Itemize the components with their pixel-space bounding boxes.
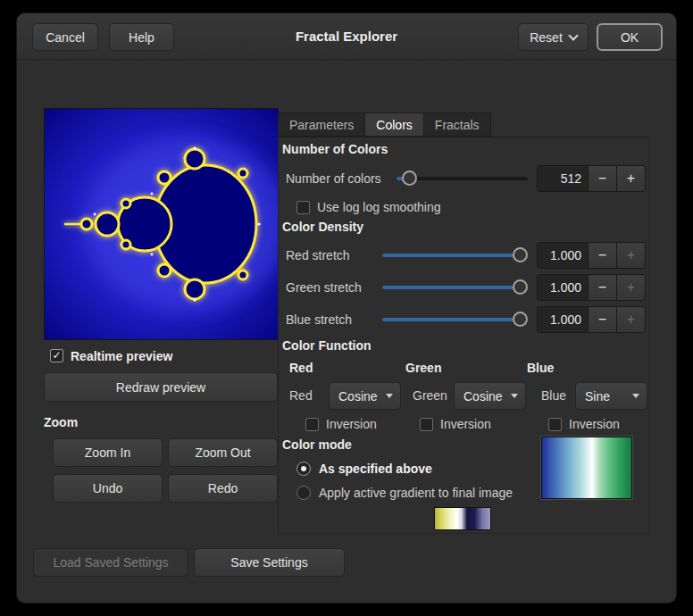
red-function-select[interactable]: Cosine: [329, 382, 401, 410]
radio-dot: [301, 466, 306, 471]
increment-button: +: [616, 307, 645, 332]
number-of-colors-spinbox: − +: [537, 165, 646, 192]
chevron-down-icon: [568, 30, 578, 40]
fractal-explorer-dialog: Cancel Help Fractal Explorer Reset OK: [16, 12, 677, 604]
redo-button[interactable]: Redo: [168, 474, 278, 503]
zoom-buttons: Zoom In Zoom Out Undo Redo: [53, 438, 278, 503]
slider-thumb[interactable]: [402, 171, 417, 186]
number-of-colors-label: Number of colors: [286, 171, 393, 186]
red-stretch-slider[interactable]: [382, 242, 528, 269]
checkbox-checked-icon[interactable]: ✓: [50, 349, 63, 362]
colors-tab-panel: Number of Colors Number of colors − +: [278, 137, 649, 534]
log-smoothing-label: Use log log smoothing: [317, 200, 441, 214]
red-function-label: Red: [289, 388, 313, 403]
green-inversion-label: Inversion: [440, 417, 491, 431]
zoom-out-button[interactable]: Zoom Out: [168, 438, 278, 467]
realtime-preview-label: Realtime preview: [71, 349, 172, 363]
zoom-section-label: Zoom: [44, 415, 278, 429]
green-stretch-input[interactable]: [538, 275, 588, 300]
checkbox-unchecked-icon[interactable]: [296, 201, 310, 214]
checkbox-unchecked-icon[interactable]: [420, 418, 433, 431]
blue-function-label: Blue: [541, 388, 566, 403]
as-specified-option[interactable]: As specified above: [296, 461, 432, 476]
undo-button[interactable]: Undo: [53, 474, 163, 503]
preview-column: ✓ Realtime preview Redraw preview Zoom Z…: [44, 108, 278, 503]
screen-background: Cancel Help Fractal Explorer Reset OK: [0, 0, 693, 616]
blue-stretch-slider[interactable]: [382, 306, 528, 333]
minus-icon: −: [598, 171, 606, 186]
minus-icon: −: [598, 312, 606, 327]
realtime-preview-option[interactable]: ✓ Realtime preview: [50, 348, 278, 363]
green-stretch-slider[interactable]: [382, 274, 528, 301]
red-inversion-option[interactable]: Inversion: [305, 417, 377, 431]
plus-icon: +: [627, 279, 635, 295]
slider-fill: [382, 318, 520, 321]
color-density-section-header: Color Density: [282, 220, 363, 234]
slider-fill: [382, 286, 520, 289]
active-gradient-preview[interactable]: [434, 507, 491, 530]
ok-button[interactable]: OK: [597, 23, 663, 51]
slider-thumb[interactable]: [513, 279, 528, 295]
reset-button[interactable]: Reset: [518, 23, 589, 51]
tab-strip: Parameters Colors Fractals: [278, 112, 649, 137]
chevron-down-icon: [632, 394, 639, 398]
green-stretch-label: Green stretch: [286, 280, 379, 295]
apply-gradient-label: Apply active gradient to final image: [319, 486, 513, 500]
save-settings-button[interactable]: Save Settings: [194, 548, 345, 577]
number-of-colors-input[interactable]: [538, 166, 588, 191]
decrement-button[interactable]: −: [588, 243, 616, 268]
decrement-button[interactable]: −: [588, 307, 616, 332]
fractal-preview[interactable]: [44, 108, 278, 340]
tab-colors[interactable]: Colors: [364, 112, 422, 137]
blue-function-select[interactable]: Sine: [575, 382, 647, 410]
increment-button[interactable]: +: [616, 166, 645, 191]
settings-notebook: Parameters Colors Fractals Number of Col…: [278, 112, 649, 534]
green-inversion-option[interactable]: Inversion: [420, 417, 491, 431]
checkbox-unchecked-icon[interactable]: [305, 418, 319, 431]
blue-column-header: Blue: [527, 361, 554, 375]
increment-button: +: [616, 275, 645, 300]
chevron-down-icon: [386, 394, 393, 398]
titlebar: Cancel Help Fractal Explorer Reset OK: [17, 13, 676, 60]
tab-fractals[interactable]: Fractals: [423, 112, 491, 137]
slider-thumb[interactable]: [513, 312, 528, 327]
color-function-section-header: Color Function: [282, 338, 372, 353]
red-inversion-label: Inversion: [326, 417, 377, 431]
blue-stretch-row: Blue stretch − +: [286, 306, 646, 333]
zoom-in-button[interactable]: Zoom In: [53, 438, 163, 467]
red-stretch-label: Red stretch: [286, 248, 379, 262]
plus-icon: +: [627, 312, 635, 327]
increment-button: +: [616, 243, 645, 268]
color-mapping-preview: [541, 437, 632, 499]
red-stretch-spinbox: − +: [537, 242, 646, 269]
apply-gradient-option[interactable]: Apply active gradient to final image: [296, 485, 513, 500]
blue-stretch-spinbox: − +: [537, 306, 646, 333]
blue-stretch-label: Blue stretch: [286, 312, 379, 327]
slider-thumb[interactable]: [513, 247, 528, 262]
decrement-button[interactable]: −: [588, 275, 616, 300]
decrement-button[interactable]: −: [588, 166, 616, 191]
color-mode-section-header: Color mode: [282, 437, 352, 452]
green-function-label: Green: [413, 388, 447, 403]
checkbox-unchecked-icon[interactable]: [548, 418, 562, 431]
redraw-preview-button[interactable]: Redraw preview: [44, 372, 278, 402]
tab-parameters[interactable]: Parameters: [278, 112, 364, 137]
radio-selected-icon[interactable]: [296, 462, 311, 476]
fractal-preview-image: [45, 109, 279, 339]
log-smoothing-option[interactable]: Use log log smoothing: [296, 200, 441, 214]
plus-icon: +: [627, 247, 635, 262]
radio-unselected-icon[interactable]: [296, 486, 311, 500]
as-specified-label: As specified above: [319, 462, 432, 476]
red-column-header: Red: [289, 361, 313, 375]
green-function-select[interactable]: Cosine: [454, 382, 526, 410]
blue-stretch-input[interactable]: [538, 307, 588, 332]
plus-icon: +: [627, 171, 635, 186]
number-of-colors-slider[interactable]: [397, 165, 528, 192]
number-of-colors-section-header: Number of Colors: [282, 142, 388, 156]
combo-selected-value: Cosine: [463, 389, 503, 404]
blue-inversion-option[interactable]: Inversion: [548, 417, 620, 431]
combo-selected-value: Sine: [585, 389, 610, 404]
reset-label: Reset: [530, 30, 563, 45]
red-stretch-input[interactable]: [538, 243, 588, 268]
minus-icon: −: [598, 279, 606, 295]
